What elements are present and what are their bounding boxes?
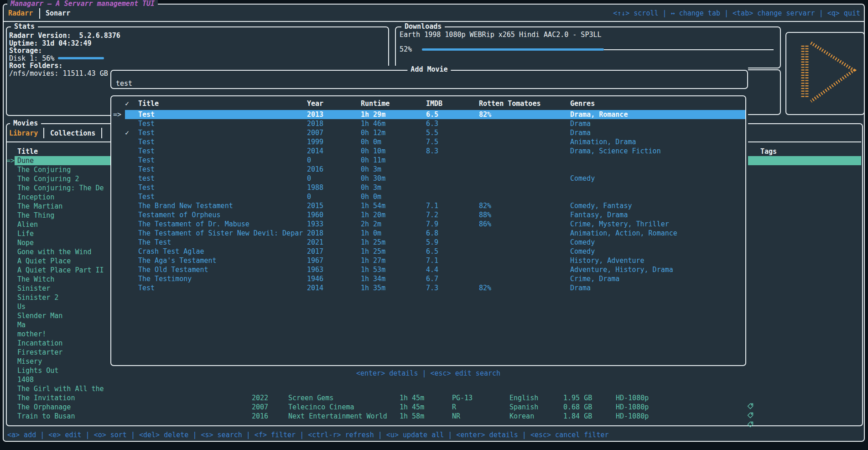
cell-title: The Testimony <box>138 274 307 283</box>
monitored-checkmark <box>125 192 138 201</box>
library-table-row[interactable]: 2022 Screen Gems 1h 45m PG-13 English 1.… <box>0 393 868 403</box>
cell-year: 1946 <box>307 274 361 283</box>
search-result-row[interactable]: ✓ Test 2007 0h 12m 5.5 Drama <box>111 128 745 137</box>
selection-marker <box>111 201 125 210</box>
search-result-row[interactable]: Test 2014 0h 10m 8.3 Drama, Science Fict… <box>111 147 745 156</box>
cell-rotten-tomatoes <box>479 265 570 274</box>
cell-imdb: 7.5 <box>426 137 479 147</box>
monitored-checkmark: ✓ <box>125 128 138 137</box>
cell-imdb <box>426 156 479 165</box>
bottom-keybind-hints: <a> add | <e> edit | <o> sort | <del> de… <box>7 431 609 439</box>
tab-separator <box>39 8 40 19</box>
cell-year: 0 <box>307 192 361 201</box>
cell-rotten-tomatoes <box>479 247 570 256</box>
header-runtime: Runtime <box>361 99 426 108</box>
tab-library[interactable]: Library <box>9 129 38 138</box>
downloads-panel-title: Downloads <box>401 23 445 31</box>
tag-icon <box>706 403 754 412</box>
selection-marker <box>111 183 125 192</box>
stats-root-folder-value: /nfs/movies: 11511.43 GB <box>9 70 120 78</box>
cell-title: Test <box>138 128 307 137</box>
monitored-checkmark <box>125 110 138 119</box>
tag-icon <box>706 393 754 403</box>
search-result-row[interactable]: Testament of Orpheus 1960 1h 20m 7.2 88%… <box>111 210 745 220</box>
monitored-checkmark <box>125 183 138 192</box>
cell-title: Testament of Orpheus <box>138 210 307 220</box>
tab-collections[interactable]: Collections <box>50 129 95 138</box>
search-result-row[interactable]: Test 1988 0h 3m <box>111 183 745 192</box>
selection-marker <box>111 274 125 283</box>
tab-radarr[interactable]: Radarr <box>8 9 33 18</box>
cell-rotten-tomatoes <box>479 147 570 156</box>
cell-title: Test <box>138 183 307 192</box>
cell-size: 1.95 GB <box>563 393 592 403</box>
cell-rotten-tomatoes <box>479 274 570 283</box>
column-header-tags: Tags <box>760 147 777 156</box>
cell-size: 1.84 GB <box>563 412 592 421</box>
search-result-row[interactable]: Test 2018 1h 46m 6.3 Drama <box>111 119 745 128</box>
cell-runtime: 1h 45m <box>400 393 424 403</box>
tab-sonarr[interactable]: Sonarr <box>46 9 70 18</box>
selection-marker <box>111 174 125 183</box>
cell-language: English <box>509 393 538 403</box>
library-table-row[interactable]: 2016 Next Entertainment World 1h 58m NR … <box>0 412 868 421</box>
cell-genres: Drama <box>570 128 745 137</box>
search-result-row[interactable]: Test 0 0h 11m <box>111 156 745 165</box>
add-movie-search-input[interactable] <box>115 79 742 88</box>
search-result-row[interactable]: Crash Test Aglae 2017 1h 25m 6.5 Comedy <box>111 247 745 256</box>
cell-quality: HD-1080p <box>616 403 649 412</box>
monitored-checkmark <box>125 165 138 174</box>
selection-marker <box>111 220 125 229</box>
search-result-row[interactable]: => Test 2013 1h 29m 6.5 82% Drama, Roman… <box>111 110 745 119</box>
selection-marker <box>111 238 125 247</box>
cell-year: 2015 <box>307 201 361 210</box>
monitored-checkmark <box>125 147 138 156</box>
search-result-row[interactable]: The Testament of Sister New Devil: Depar… <box>111 229 745 238</box>
cell-quality: HD-1080p <box>616 412 649 421</box>
cell-year: 1999 <box>307 137 361 147</box>
search-result-row[interactable]: The Testament of Dr. Mabuse 1933 2h 2m 7… <box>111 220 745 229</box>
cell-studio: Screen Gems <box>288 393 333 403</box>
monitored-checkmark <box>125 256 138 265</box>
search-result-row[interactable]: The Testimony 1946 1h 34m 6.7 Crime, Dra… <box>111 274 745 283</box>
cell-runtime: 1h 46m <box>361 119 426 128</box>
download-progress-gauge <box>422 48 604 51</box>
cell-genres <box>570 165 745 174</box>
selection-marker <box>111 128 125 137</box>
add-movie-title: Add Movie <box>407 66 451 73</box>
cell-rotten-tomatoes <box>479 229 570 238</box>
cell-rotten-tomatoes: 82% <box>479 201 570 210</box>
search-result-row[interactable]: Test 2014 1h 35m 7.3 82% Drama <box>111 283 745 293</box>
search-result-row[interactable]: Test 2016 0h 3m <box>111 165 745 174</box>
cell-title: Test <box>138 192 307 201</box>
cell-genres: Drama, Romance <box>570 110 745 119</box>
search-result-row[interactable]: Test 1999 0h 0m 7.5 Animation, Drama <box>111 137 745 147</box>
header-year: Year <box>307 99 361 108</box>
monitored-checkmark <box>125 220 138 229</box>
cell-year: 2007 <box>252 403 268 412</box>
column-header-title: Title <box>17 147 38 156</box>
cell-rotten-tomatoes <box>479 128 570 137</box>
search-result-row[interactable]: The Brand New Testament 2015 1h 54m 7.1 … <box>111 201 745 210</box>
cell-runtime: 1h 0m <box>361 229 426 238</box>
cell-title: Test <box>138 156 307 165</box>
tag-icon <box>706 412 754 421</box>
search-result-row[interactable]: Test 0 0h 0m <box>111 192 745 201</box>
cell-rotten-tomatoes <box>479 156 570 165</box>
download-progress-gauge-rest <box>604 49 774 50</box>
download-percent-label: 52% <box>400 46 412 53</box>
search-result-row[interactable]: The Old Testament 1963 1h 53m 4.4 Advent… <box>111 265 745 274</box>
search-result-row[interactable]: test 0 0h 30m Comedy <box>111 174 745 183</box>
search-result-row[interactable]: The Test 2021 1h 25m 5.9 Comedy <box>111 238 745 247</box>
cell-genres: Comedy, Fantasy <box>570 201 745 210</box>
cell-rotten-tomatoes: 86% <box>479 220 570 229</box>
cell-imdb: 6.5 <box>426 247 479 256</box>
cell-year: 2016 <box>307 165 361 174</box>
cell-runtime: 1h 25m <box>361 247 426 256</box>
cell-title: test <box>138 174 307 183</box>
header-genres: Genres <box>570 99 745 108</box>
search-result-row[interactable]: The Aga's Testament 1967 1h 27m 7.1 Hist… <box>111 256 745 265</box>
cell-runtime: 1h 45m <box>400 403 424 412</box>
library-table-row[interactable]: 2007 Telecinco Cinema 1h 45m R Spanish 0… <box>0 403 868 412</box>
cell-rotten-tomatoes <box>479 119 570 128</box>
